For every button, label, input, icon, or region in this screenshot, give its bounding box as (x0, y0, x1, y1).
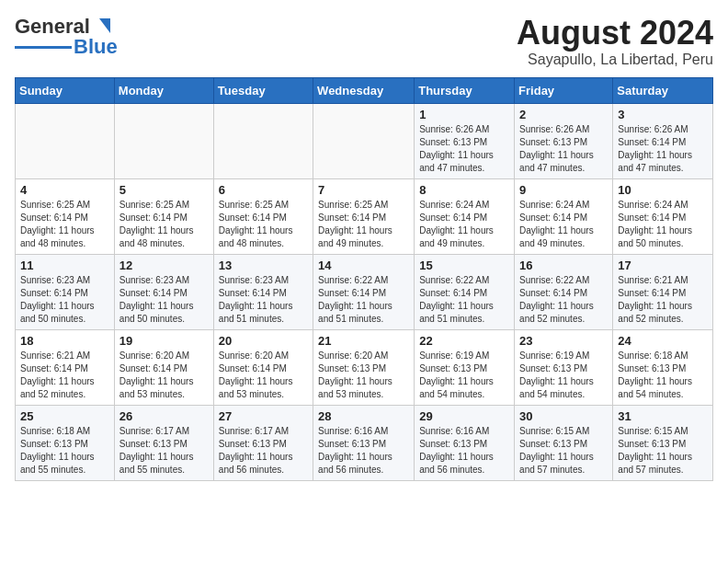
calendar-cell: 3Sunrise: 6:26 AM Sunset: 6:14 PM Daylig… (613, 103, 713, 178)
calendar-cell: 21Sunrise: 6:20 AM Sunset: 6:13 PM Dayli… (313, 329, 415, 405)
day-info: Sunrise: 6:23 AM Sunset: 6:14 PM Dayligh… (119, 274, 209, 326)
calendar-cell: 20Sunrise: 6:20 AM Sunset: 6:14 PM Dayli… (213, 329, 313, 405)
calendar-cell: 5Sunrise: 6:25 AM Sunset: 6:14 PM Daylig… (114, 178, 213, 254)
day-number: 29 (419, 409, 509, 423)
day-info: Sunrise: 6:22 AM Sunset: 6:14 PM Dayligh… (318, 274, 409, 326)
calendar-cell: 14Sunrise: 6:22 AM Sunset: 6:14 PM Dayli… (313, 254, 415, 329)
calendar-header-row: SundayMondayTuesdayWednesdayThursdayFrid… (16, 77, 713, 103)
calendar-cell: 6Sunrise: 6:25 AM Sunset: 6:14 PM Daylig… (213, 178, 313, 254)
day-number: 23 (519, 334, 608, 348)
day-number: 5 (119, 183, 209, 197)
day-info: Sunrise: 6:23 AM Sunset: 6:14 PM Dayligh… (219, 274, 308, 326)
day-number: 31 (618, 409, 708, 423)
day-number: 11 (20, 259, 109, 272)
logo-blue: Blue (74, 35, 118, 59)
day-number: 14 (318, 259, 409, 272)
day-number: 2 (519, 108, 608, 121)
day-number: 27 (219, 409, 308, 423)
calendar-table: SundayMondayTuesdayWednesdayThursdayFrid… (15, 77, 713, 481)
day-info: Sunrise: 6:20 AM Sunset: 6:13 PM Dayligh… (318, 350, 409, 401)
day-number: 30 (519, 409, 608, 423)
calendar-cell: 26Sunrise: 6:17 AM Sunset: 6:13 PM Dayli… (114, 405, 213, 480)
day-number: 24 (618, 334, 708, 348)
day-number: 18 (20, 334, 109, 348)
day-info: Sunrise: 6:25 AM Sunset: 6:14 PM Dayligh… (119, 199, 209, 250)
day-info: Sunrise: 6:17 AM Sunset: 6:13 PM Dayligh… (219, 425, 308, 477)
weekday-header: Sunday (16, 77, 115, 103)
day-info: Sunrise: 6:20 AM Sunset: 6:14 PM Dayligh… (119, 350, 209, 401)
day-number: 1 (419, 108, 509, 121)
calendar-cell: 8Sunrise: 6:24 AM Sunset: 6:14 PM Daylig… (415, 178, 515, 254)
day-number: 25 (20, 409, 109, 423)
day-number: 6 (219, 183, 308, 197)
page-header: General Blue August 2024 Sayapullo, La L… (15, 15, 713, 68)
day-number: 20 (219, 334, 308, 348)
calendar-cell: 11Sunrise: 6:23 AM Sunset: 6:14 PM Dayli… (16, 254, 115, 329)
day-info: Sunrise: 6:25 AM Sunset: 6:14 PM Dayligh… (219, 199, 308, 250)
day-number: 15 (419, 259, 509, 272)
day-info: Sunrise: 6:22 AM Sunset: 6:14 PM Dayligh… (419, 274, 509, 326)
weekday-header: Saturday (613, 77, 713, 103)
calendar-cell: 2Sunrise: 6:26 AM Sunset: 6:13 PM Daylig… (515, 103, 613, 178)
day-info: Sunrise: 6:24 AM Sunset: 6:14 PM Dayligh… (519, 199, 608, 250)
weekday-header: Monday (114, 77, 213, 103)
calendar-cell: 15Sunrise: 6:22 AM Sunset: 6:14 PM Dayli… (415, 254, 515, 329)
calendar-cell (213, 103, 313, 178)
day-info: Sunrise: 6:19 AM Sunset: 6:13 PM Dayligh… (419, 350, 509, 401)
day-info: Sunrise: 6:16 AM Sunset: 6:13 PM Dayligh… (419, 425, 509, 477)
day-info: Sunrise: 6:26 AM Sunset: 6:14 PM Dayligh… (618, 123, 708, 175)
day-info: Sunrise: 6:15 AM Sunset: 6:13 PM Dayligh… (519, 425, 608, 477)
title-block: August 2024 Sayapullo, La Libertad, Peru (517, 15, 713, 68)
day-info: Sunrise: 6:25 AM Sunset: 6:14 PM Dayligh… (318, 199, 409, 250)
day-number: 10 (618, 183, 708, 197)
calendar-cell: 7Sunrise: 6:25 AM Sunset: 6:14 PM Daylig… (313, 178, 415, 254)
calendar-cell: 13Sunrise: 6:23 AM Sunset: 6:14 PM Dayli… (213, 254, 313, 329)
svg-marker-0 (99, 18, 110, 33)
calendar-cell: 30Sunrise: 6:15 AM Sunset: 6:13 PM Dayli… (515, 405, 613, 480)
calendar-cell: 29Sunrise: 6:16 AM Sunset: 6:13 PM Dayli… (415, 405, 515, 480)
month-title: August 2024 (517, 15, 713, 52)
calendar-cell (114, 103, 213, 178)
day-info: Sunrise: 6:15 AM Sunset: 6:13 PM Dayligh… (618, 425, 708, 477)
day-info: Sunrise: 6:17 AM Sunset: 6:13 PM Dayligh… (119, 425, 209, 477)
calendar-cell: 31Sunrise: 6:15 AM Sunset: 6:13 PM Dayli… (613, 405, 713, 480)
calendar-cell: 16Sunrise: 6:22 AM Sunset: 6:14 PM Dayli… (515, 254, 613, 329)
weekday-header: Tuesday (213, 77, 313, 103)
calendar-week-row: 4Sunrise: 6:25 AM Sunset: 6:14 PM Daylig… (16, 178, 713, 254)
day-info: Sunrise: 6:18 AM Sunset: 6:13 PM Dayligh… (618, 350, 708, 401)
location: Sayapullo, La Libertad, Peru (517, 52, 713, 68)
day-number: 9 (519, 183, 608, 197)
calendar-cell: 27Sunrise: 6:17 AM Sunset: 6:13 PM Dayli… (213, 405, 313, 480)
calendar-cell (313, 103, 415, 178)
calendar-cell: 4Sunrise: 6:25 AM Sunset: 6:14 PM Daylig… (16, 178, 115, 254)
day-info: Sunrise: 6:21 AM Sunset: 6:14 PM Dayligh… (20, 350, 109, 401)
calendar-cell: 28Sunrise: 6:16 AM Sunset: 6:13 PM Dayli… (313, 405, 415, 480)
day-number: 3 (618, 108, 708, 121)
calendar-cell: 10Sunrise: 6:24 AM Sunset: 6:14 PM Dayli… (613, 178, 713, 254)
day-info: Sunrise: 6:24 AM Sunset: 6:14 PM Dayligh… (419, 199, 509, 250)
day-number: 17 (618, 259, 708, 272)
calendar-week-row: 18Sunrise: 6:21 AM Sunset: 6:14 PM Dayli… (16, 329, 713, 405)
calendar-week-row: 11Sunrise: 6:23 AM Sunset: 6:14 PM Dayli… (16, 254, 713, 329)
calendar-cell (16, 103, 115, 178)
calendar-cell: 18Sunrise: 6:21 AM Sunset: 6:14 PM Dayli… (16, 329, 115, 405)
calendar-cell: 22Sunrise: 6:19 AM Sunset: 6:13 PM Dayli… (415, 329, 515, 405)
day-info: Sunrise: 6:23 AM Sunset: 6:14 PM Dayligh… (20, 274, 109, 326)
day-info: Sunrise: 6:16 AM Sunset: 6:13 PM Dayligh… (318, 425, 409, 477)
calendar-cell: 25Sunrise: 6:18 AM Sunset: 6:13 PM Dayli… (16, 405, 115, 480)
day-info: Sunrise: 6:20 AM Sunset: 6:14 PM Dayligh… (219, 350, 308, 401)
logo: General Blue (15, 15, 118, 59)
calendar-week-row: 1Sunrise: 6:26 AM Sunset: 6:13 PM Daylig… (16, 103, 713, 178)
day-info: Sunrise: 6:26 AM Sunset: 6:13 PM Dayligh… (419, 123, 509, 175)
day-number: 13 (219, 259, 308, 272)
calendar-cell: 19Sunrise: 6:20 AM Sunset: 6:14 PM Dayli… (114, 329, 213, 405)
calendar-cell: 12Sunrise: 6:23 AM Sunset: 6:14 PM Dayli… (114, 254, 213, 329)
day-number: 26 (119, 409, 209, 423)
day-number: 8 (419, 183, 509, 197)
day-number: 16 (519, 259, 608, 272)
weekday-header: Thursday (415, 77, 515, 103)
calendar-cell: 23Sunrise: 6:19 AM Sunset: 6:13 PM Dayli… (515, 329, 613, 405)
day-info: Sunrise: 6:25 AM Sunset: 6:14 PM Dayligh… (20, 199, 109, 250)
day-info: Sunrise: 6:19 AM Sunset: 6:13 PM Dayligh… (519, 350, 608, 401)
day-number: 19 (119, 334, 209, 348)
